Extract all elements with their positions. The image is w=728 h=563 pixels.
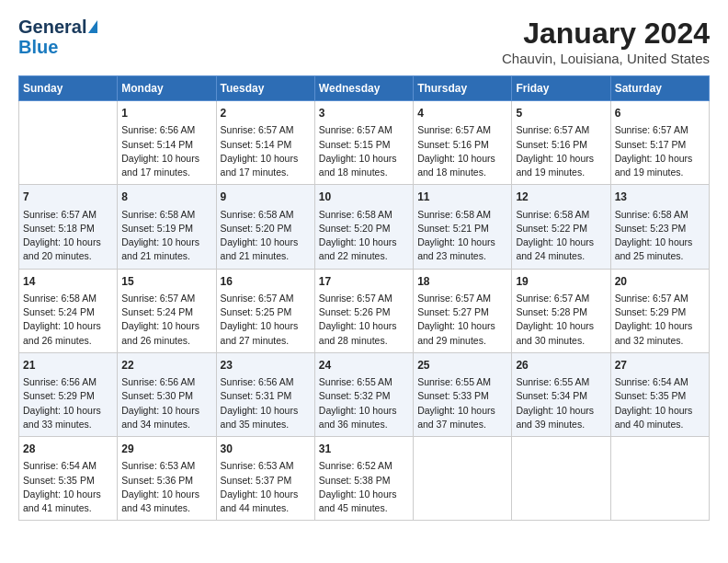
day-info-line: and 26 minutes.: [23, 335, 92, 346]
day-info-line: and 24 minutes.: [516, 250, 585, 261]
calendar-cell: [512, 437, 610, 521]
day-info-line: Sunset: 5:33 PM: [417, 390, 489, 401]
day-info-line: Daylight: 10 hours: [319, 405, 397, 416]
calendar-cell: 20Sunrise: 6:57 AM Sunset: 5:29 PM Dayli…: [610, 269, 709, 352]
calendar-cell: 26Sunrise: 6:55 AM Sunset: 5:34 PM Dayli…: [512, 352, 610, 436]
day-info-line: Sunrise: 6:55 AM: [516, 376, 589, 387]
calendar-cell: 14Sunrise: 6:58 AM Sunset: 5:24 PM Dayli…: [19, 269, 118, 352]
day-info-line: Sunset: 5:30 PM: [121, 390, 193, 401]
day-info-line: and 36 minutes.: [319, 419, 388, 430]
header: General Blue January 2024 Chauvin, Louis…: [18, 17, 710, 66]
day-info-line: and 19 minutes.: [615, 167, 684, 178]
day-info-line: Sunset: 5:35 PM: [23, 475, 95, 486]
day-info-line: Sunset: 5:18 PM: [23, 223, 95, 234]
day-info-line: Daylight: 10 hours: [319, 488, 397, 500]
day-info-line: Daylight: 10 hours: [516, 320, 594, 331]
day-info-line: Daylight: 10 hours: [516, 236, 594, 247]
day-info-line: and 33 minutes.: [23, 419, 92, 430]
day-info-line: and 19 minutes.: [516, 167, 585, 178]
calendar-cell: 1Sunrise: 6:56 AM Sunset: 5:14 PM Daylig…: [118, 101, 216, 185]
day-info-line: Daylight: 10 hours: [221, 488, 299, 500]
day-info-line: Sunset: 5:27 PM: [417, 306, 489, 317]
day-number: 2: [221, 106, 311, 121]
day-info-line: Sunset: 5:36 PM: [121, 475, 193, 486]
day-number: 1: [121, 106, 211, 121]
day-info-line: Sunset: 5:16 PM: [516, 139, 587, 150]
day-number: 28: [23, 442, 113, 457]
day-info-line: and 20 minutes.: [23, 250, 92, 261]
day-info-line: and 37 minutes.: [417, 419, 486, 430]
logo-general: General: [18, 17, 86, 37]
day-info-line: Sunset: 5:23 PM: [615, 223, 687, 234]
day-info-line: Sunrise: 6:56 AM: [121, 124, 195, 135]
calendar-cell: 19Sunrise: 6:57 AM Sunset: 5:28 PM Dayli…: [512, 269, 610, 352]
calendar-cell: [610, 437, 709, 521]
day-info-line: Daylight: 10 hours: [417, 405, 495, 416]
day-number: 21: [23, 358, 113, 373]
col-thursday: Thursday: [414, 76, 512, 101]
day-info-line: Sunrise: 6:56 AM: [221, 376, 294, 387]
day-info-line: and 32 minutes.: [615, 335, 684, 346]
calendar-title: January 2024: [502, 17, 710, 51]
col-friday: Friday: [512, 76, 610, 101]
day-info-line: and 17 minutes.: [221, 167, 290, 178]
day-number: 22: [121, 358, 211, 373]
day-info-line: Sunset: 5:16 PM: [417, 139, 489, 150]
day-info-line: Sunset: 5:14 PM: [221, 139, 292, 150]
day-number: 6: [615, 106, 705, 121]
day-info-line: Sunrise: 6:58 AM: [319, 209, 392, 220]
calendar-cell: 6Sunrise: 6:57 AM Sunset: 5:17 PM Daylig…: [610, 101, 709, 185]
day-info-line: Sunset: 5:20 PM: [319, 223, 391, 234]
day-info-line: Daylight: 10 hours: [319, 320, 397, 331]
day-info-line: Daylight: 10 hours: [121, 488, 199, 500]
day-number: 14: [23, 274, 113, 290]
day-number: 30: [221, 442, 311, 457]
day-info-line: Sunset: 5:20 PM: [221, 223, 292, 234]
day-info-line: Daylight: 10 hours: [417, 236, 495, 247]
day-info-line: and 30 minutes.: [516, 335, 585, 346]
calendar-cell: 4Sunrise: 6:57 AM Sunset: 5:16 PM Daylig…: [414, 101, 512, 185]
day-number: 11: [417, 190, 507, 205]
day-number: 31: [319, 442, 409, 457]
day-info-line: Daylight: 10 hours: [319, 236, 397, 247]
day-info-line: Sunrise: 6:58 AM: [516, 209, 589, 220]
day-info-line: Sunrise: 6:57 AM: [121, 293, 195, 304]
day-number: 18: [417, 274, 507, 290]
day-info-line: Sunrise: 6:57 AM: [319, 124, 392, 135]
logo: General Blue: [18, 17, 97, 57]
calendar-cell: 18Sunrise: 6:57 AM Sunset: 5:27 PM Dayli…: [414, 269, 512, 352]
page: General Blue January 2024 Chauvin, Louis…: [0, 0, 728, 530]
day-info-line: Sunset: 5:29 PM: [615, 306, 687, 317]
day-info-line: Sunset: 5:37 PM: [221, 475, 292, 486]
day-number: 12: [516, 190, 606, 205]
day-number: 5: [516, 106, 606, 121]
day-info-line: and 40 minutes.: [615, 419, 684, 430]
calendar-cell: 15Sunrise: 6:57 AM Sunset: 5:24 PM Dayli…: [118, 269, 216, 352]
day-info-line: Daylight: 10 hours: [516, 153, 594, 164]
day-info-line: and 27 minutes.: [221, 335, 290, 346]
day-info-line: Sunrise: 6:54 AM: [615, 376, 688, 387]
day-info-line: and 34 minutes.: [121, 419, 190, 430]
day-info-line: Sunrise: 6:58 AM: [221, 209, 294, 220]
calendar-cell: 22Sunrise: 6:56 AM Sunset: 5:30 PM Dayli…: [118, 352, 216, 436]
day-info-line: Sunrise: 6:57 AM: [516, 124, 589, 135]
col-sunday: Sunday: [19, 76, 118, 101]
day-info-line: and 22 minutes.: [319, 250, 388, 261]
day-info-line: and 43 minutes.: [121, 502, 190, 513]
day-info-line: and 26 minutes.: [121, 335, 190, 346]
day-info-line: Sunset: 5:38 PM: [319, 475, 391, 486]
day-number: 3: [319, 106, 409, 121]
day-info-line: and 21 minutes.: [121, 250, 190, 261]
calendar-cell: 21Sunrise: 6:56 AM Sunset: 5:29 PM Dayli…: [19, 352, 118, 436]
day-info-line: and 21 minutes.: [221, 250, 290, 261]
day-number: 17: [319, 274, 409, 290]
calendar-cell: 29Sunrise: 6:53 AM Sunset: 5:36 PM Dayli…: [118, 437, 216, 521]
calendar-cell: 9Sunrise: 6:58 AM Sunset: 5:20 PM Daylig…: [216, 185, 314, 269]
day-info-line: Sunrise: 6:56 AM: [23, 376, 97, 387]
day-info-line: Sunset: 5:15 PM: [319, 139, 391, 150]
day-number: 26: [516, 358, 606, 373]
day-info-line: Sunset: 5:32 PM: [319, 390, 391, 401]
day-info-line: Sunset: 5:14 PM: [121, 139, 193, 150]
day-info-line: Daylight: 10 hours: [615, 405, 693, 416]
calendar-cell: [414, 437, 512, 521]
